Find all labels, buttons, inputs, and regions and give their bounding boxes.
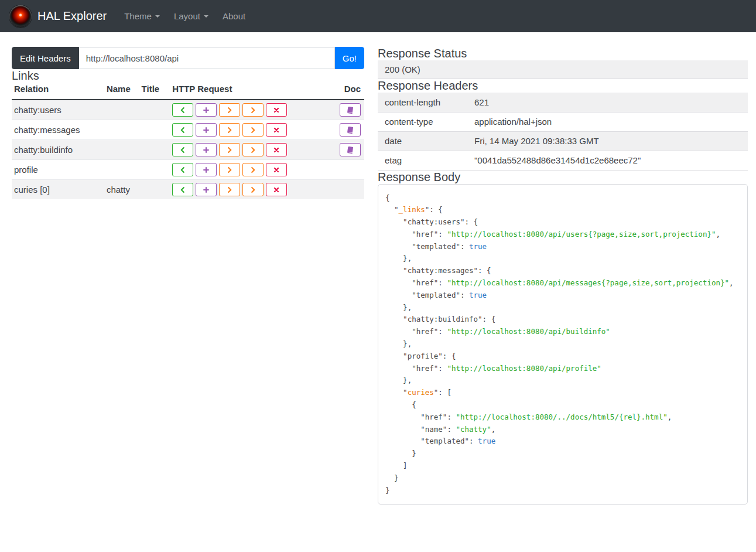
chevron-right-icon	[226, 186, 233, 193]
response-headers-table: content-length621content-typeapplication…	[378, 93, 748, 171]
nav-item-about[interactable]: About	[215, 6, 252, 26]
table-row: profile	[12, 160, 364, 180]
nav-menu: Theme Layout About	[117, 6, 252, 26]
relation-cell: chatty:users	[12, 100, 104, 120]
edit-headers-button[interactable]: Edit Headers	[12, 47, 79, 69]
relation-cell: profile	[12, 160, 104, 180]
delete-request-button[interactable]	[266, 183, 287, 196]
name-cell	[104, 140, 139, 160]
chevron-right-icon	[249, 186, 256, 193]
chevron-left-icon	[179, 146, 186, 154]
patch-request-button[interactable]	[242, 103, 264, 117]
chevron-right-icon	[226, 146, 233, 154]
main-content: Edit Headers Go! Links Relation Name Tit…	[0, 32, 756, 505]
header-value: "0041da552488d86e31454d1c2e68eec72"	[467, 151, 748, 170]
hal-eye-logo-icon	[9, 5, 32, 28]
doc-cell	[337, 140, 364, 160]
links-table-header-row: Relation Name Title HTTP Request Doc	[12, 83, 364, 100]
response-status-value: 200 (OK)	[378, 60, 748, 79]
header-value: Fri, 14 May 2021 09:38:33 GMT	[467, 131, 748, 151]
get-request-button[interactable]	[172, 103, 193, 117]
post-request-button[interactable]	[196, 143, 217, 156]
column-header-title: Title	[139, 83, 170, 100]
column-header-name: Name	[104, 83, 139, 100]
get-request-button[interactable]	[172, 163, 193, 176]
header-value: 621	[467, 93, 748, 112]
delete-request-button[interactable]	[266, 103, 287, 117]
response-headers-body: content-length621content-typeapplication…	[378, 93, 748, 170]
put-request-button[interactable]	[219, 103, 240, 117]
put-request-button[interactable]	[219, 163, 240, 176]
post-request-button[interactable]	[196, 123, 217, 137]
patch-request-button[interactable]	[242, 143, 264, 156]
http-request-cell	[170, 160, 337, 180]
doc-cell	[337, 120, 364, 140]
patch-request-button[interactable]	[242, 183, 264, 196]
response-header-row: content-typeapplication/hal+json	[378, 112, 748, 131]
chevron-left-icon	[179, 186, 186, 193]
post-request-button[interactable]	[196, 183, 217, 196]
response-panel: Response Status 200 (OK) Response Header…	[378, 47, 748, 505]
delete-request-button[interactable]	[266, 143, 287, 156]
links-table: Relation Name Title HTTP Request Doc cha…	[12, 83, 364, 199]
request-panel: Edit Headers Go! Links Relation Name Tit…	[12, 47, 364, 199]
name-cell	[104, 160, 139, 180]
nav-item-theme[interactable]: Theme	[117, 6, 167, 26]
chevron-left-icon	[179, 127, 186, 134]
doc-cell	[337, 100, 364, 120]
doc-cell	[337, 180, 364, 200]
patch-request-button[interactable]	[242, 163, 264, 176]
doc-button[interactable]	[340, 143, 361, 156]
delete-request-button[interactable]	[266, 123, 287, 137]
chevron-right-icon	[249, 166, 256, 173]
plus-icon	[203, 146, 210, 154]
chevron-left-icon	[179, 166, 186, 173]
book-icon	[346, 126, 354, 134]
table-row: curies [0] chatty	[12, 180, 364, 200]
chevron-right-icon	[249, 107, 256, 114]
nav-item-layout[interactable]: Layout	[167, 6, 215, 26]
table-row: chatty:messages	[12, 120, 364, 140]
name-cell	[104, 100, 139, 120]
doc-cell	[337, 160, 364, 180]
put-request-button[interactable]	[219, 143, 240, 156]
chevron-right-icon	[226, 127, 233, 134]
go-button[interactable]: Go!	[335, 47, 364, 69]
book-icon	[346, 106, 354, 114]
post-request-button[interactable]	[196, 163, 217, 176]
title-cell	[139, 120, 170, 140]
get-request-button[interactable]	[172, 183, 193, 196]
plus-icon	[203, 186, 210, 193]
links-table-body: chatty:users chatty:messages chatty:buil…	[12, 100, 364, 199]
doc-button[interactable]	[340, 123, 361, 137]
chevron-down-icon	[204, 15, 208, 18]
header-name: etag	[378, 151, 467, 170]
title-cell	[139, 180, 170, 200]
plus-icon	[203, 107, 210, 114]
app-title: HAL Explorer	[37, 9, 107, 23]
plus-icon	[203, 166, 210, 173]
column-header-http-request: HTTP Request	[170, 83, 337, 100]
chevron-right-icon	[226, 166, 233, 173]
response-body-title: Response Body	[378, 171, 748, 184]
chevron-down-icon	[155, 15, 160, 18]
url-input[interactable]	[79, 47, 335, 69]
chevron-right-icon	[249, 146, 256, 154]
brand-link[interactable]: HAL Explorer	[9, 5, 107, 28]
patch-request-button[interactable]	[242, 123, 264, 137]
title-cell	[139, 140, 170, 160]
put-request-button[interactable]	[219, 183, 240, 196]
response-header-row: content-length621	[378, 93, 748, 112]
post-request-button[interactable]	[196, 103, 217, 117]
x-icon	[273, 166, 280, 173]
put-request-button[interactable]	[219, 123, 240, 137]
response-header-row: dateFri, 14 May 2021 09:38:33 GMT	[378, 131, 748, 151]
relation-cell: chatty:messages	[12, 120, 104, 140]
table-row: chatty:users	[12, 100, 364, 120]
delete-request-button[interactable]	[266, 163, 287, 176]
get-request-button[interactable]	[172, 123, 193, 137]
get-request-button[interactable]	[172, 143, 193, 156]
doc-button[interactable]	[340, 103, 361, 117]
http-request-cell	[170, 180, 337, 200]
name-cell: chatty	[104, 180, 139, 200]
